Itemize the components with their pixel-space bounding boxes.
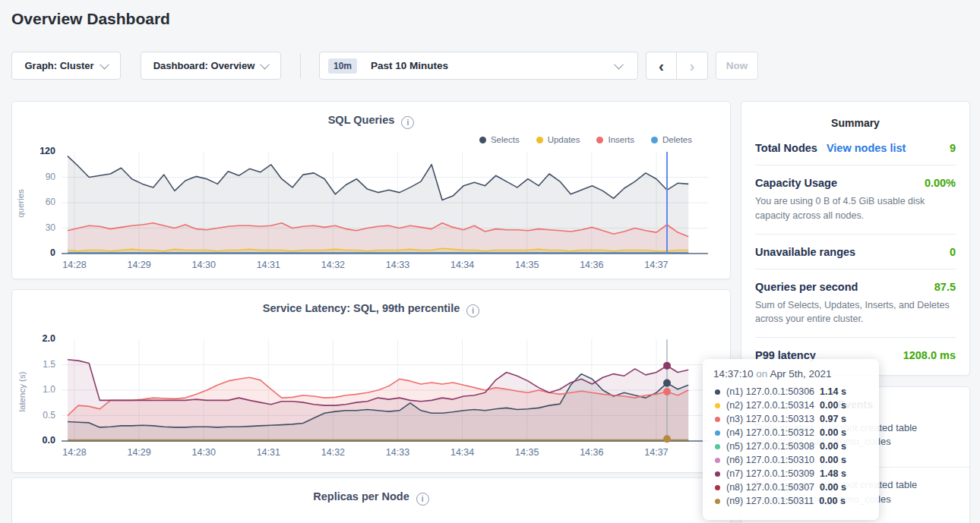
summary-panel: Summary Total NodesView nodes list9Capac… [741,101,970,376]
tooltip-node-value: 0.97 s [820,414,846,424]
y-axis-tick: 1.0 [25,384,55,395]
x-axis-tick: 14:37 [637,260,675,270]
chart-legend: SelectsUpdatesInsertsDeletes [479,135,692,144]
summary-label: Capacity Usage [755,177,837,189]
y-axis-tick: 90 [25,172,55,182]
tooltip-row: (n5) 127.0.0.1:503080.00 s [713,440,868,453]
view-nodes-list-link[interactable]: View nodes list [827,142,906,154]
chevron-down-icon [260,60,270,70]
tooltip-row: (n9) 127.0.0.1:503110.00 s [713,494,868,508]
info-icon[interactable]: i [416,493,429,506]
legend-dot-icon [596,137,603,143]
summary-value: 87.5 [934,281,956,293]
node-color-dot-icon [715,485,720,490]
tooltip-row: (n1) 127.0.0.1:503061.14 s [713,385,868,399]
dashboard-dropdown[interactable]: Dashboard: Overview [141,52,281,80]
summary-label: Total Nodes [755,142,817,154]
y-axis-tick: 2.0 [25,333,55,344]
legend-label: Deletes [662,135,692,144]
sql-queries-plot[interactable] [62,152,708,255]
legend-dot-icon [651,137,658,143]
tooltip-node-label: (n7) 127.0.0.1:50309 [726,468,814,479]
legend-item-deletes[interactable]: Deletes [651,135,692,144]
summary-label: Queries per second [755,281,858,293]
legend-item-inserts[interactable]: Inserts [596,135,634,144]
app-root: Overview Dashboard Graph: Cluster Dashbo… [0,0,980,523]
y-axis-tick: 0.5 [25,410,55,421]
sql-queries-chart-card: SQL Queriesi SelectsUpdatesInsertsDelete… [11,101,731,279]
tooltip-row: (n4) 127.0.0.1:503120.00 s [713,426,868,440]
chart-title: SQL Queriesi [12,114,730,129]
x-axis-tick: 14:35 [508,260,546,270]
legend-label: Updates [548,135,580,144]
x-axis-tick: 14:30 [185,447,223,458]
tooltip-node-value: 0.00 s [820,400,846,411]
legend-label: Inserts [608,135,634,144]
x-axis-tick: 14:33 [379,260,417,270]
summary-heading: Summary [741,117,969,129]
legend-label: Selects [491,135,520,144]
x-axis-tick: 14:35 [508,447,546,458]
x-axis-tick: 14:32 [314,260,352,270]
tooltip-row: (n2) 127.0.0.1:503140.00 s [713,399,868,412]
graph-dropdown[interactable]: Graph: Cluster [11,52,121,80]
latency-plot[interactable] [62,339,708,443]
tooltip-node-value: 1.48 s [820,468,846,479]
tooltip-node-label: (n8) 127.0.0.1:50307 [726,482,814,493]
legend-dot-icon [479,137,486,143]
tooltip-row: (n7) 127.0.0.1:503091.48 s [713,467,868,480]
graph-dropdown-label: Graph: Cluster [24,60,93,71]
summary-row: Capacity Usage0.00%You are using 0 B of … [755,165,956,235]
x-axis-tick: 14:37 [637,447,675,458]
legend-item-selects[interactable]: Selects [479,135,520,144]
node-color-dot-icon [715,458,720,463]
chevron-down-icon [614,60,624,70]
tooltip-rows: (n1) 127.0.0.1:503061.14 s(n2) 127.0.0.1… [713,385,868,508]
legend-dot-icon [536,137,543,143]
tooltip-node-value: 0.00 s [820,427,846,438]
x-axis-tick: 14:30 [185,260,223,270]
chevron-down-icon [100,60,109,70]
x-axis-tick: 14:28 [55,260,93,270]
prev-time-button[interactable]: ‹ [646,52,677,80]
legend-item-updates[interactable]: Updates [536,135,580,144]
y-axis-tick: 30 [25,222,55,233]
node-color-dot-icon [715,430,720,436]
node-color-dot-icon [715,403,720,408]
x-axis-tick: 14:34 [444,447,482,458]
node-color-dot-icon [715,444,720,449]
time-pager: ‹ › [646,52,708,80]
x-axis-tick: 14:34 [444,260,482,270]
x-axis-tick: 14:36 [573,447,611,458]
x-axis-tick: 14:29 [120,447,158,458]
y-axis-tick: 1.5 [25,359,55,370]
now-button[interactable]: Now [716,52,758,80]
summary-value: 0.00% [925,177,956,189]
page-title: Overview Dashboard [11,10,170,28]
summary-description: You are using 0 B of 4.5 GiB usable disk… [755,194,956,223]
y-axis-tick: 120 [25,146,55,156]
summary-value: 1208.0 ms [903,349,956,361]
chart-title: Replicas per Nodei [12,490,730,506]
tooltip-node-value: 0.00 s [820,482,846,493]
next-time-button[interactable]: › [677,52,708,80]
tooltip-node-label: (n6) 127.0.0.1:50310 [726,455,814,465]
time-range-badge: 10m [328,58,357,74]
summary-label: Unavailable ranges [755,246,855,258]
summary-description: Sum of Selects, Updates, Inserts, and De… [755,298,956,327]
summary-value: 9 [950,142,956,154]
tooltip-timestamp: 14:37:10 on Apr 5th, 2021 [713,368,868,380]
summary-value: 0 [950,246,956,258]
node-color-dot-icon [715,417,720,422]
x-axis-tick: 14:32 [314,447,352,458]
summary-row: Unavailable ranges0 [755,235,956,269]
tooltip-row: (n3) 127.0.0.1:503130.97 s [713,412,868,426]
tooltip-node-value: 0.00 s [819,496,846,506]
info-icon[interactable]: i [466,304,479,317]
tooltip-node-value: 1.14 s [820,386,846,397]
y-axis-unit-label: queries [16,189,25,218]
summary-rows: Total NodesView nodes list9Capacity Usag… [755,131,956,372]
info-icon[interactable]: i [401,116,414,129]
x-axis-tick: 14:28 [55,447,93,458]
time-range-dropdown[interactable]: 10m Past 10 Minutes [319,52,638,80]
